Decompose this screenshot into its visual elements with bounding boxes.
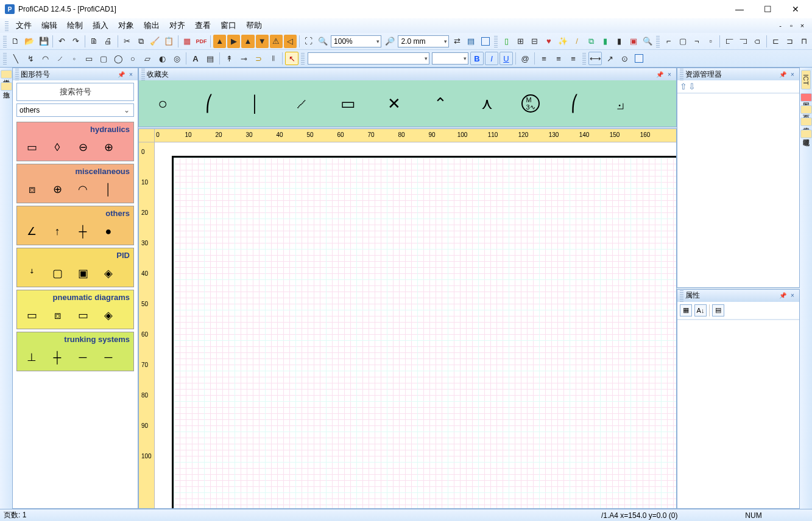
text-at-button[interactable]: @ xyxy=(518,52,532,65)
dim-circle-button[interactable]: ⊙ xyxy=(618,52,631,65)
fav-symbol-10[interactable]: ⎛ xyxy=(563,92,586,115)
side-tab-dragdrop[interactable]: 拖放 xyxy=(1,82,12,91)
category-others[interactable]: others ∠↑┼● xyxy=(16,206,134,245)
arc-tool[interactable]: ◠ xyxy=(38,52,52,65)
paste-button[interactable]: 📋 xyxy=(163,35,175,48)
nav-down-icon[interactable]: ⇩ xyxy=(688,82,696,91)
font-size-combo[interactable] xyxy=(432,52,468,65)
fav-symbol-3[interactable]: │ xyxy=(244,92,267,115)
tool-find-button[interactable]: 🔍 xyxy=(641,35,654,48)
fav-symbol-6[interactable]: ✕ xyxy=(383,92,406,115)
arrange-2[interactable]: ⊐ xyxy=(783,35,796,48)
redo-button[interactable]: ↷ xyxy=(69,35,82,48)
minimize-button[interactable]: — xyxy=(726,0,754,18)
side-tab-net[interactable]: 网图 xyxy=(800,93,812,102)
pin-icon[interactable]: 📌 xyxy=(778,70,787,79)
side-tab-ict[interactable]: ICT xyxy=(801,70,811,89)
category-pneumatic[interactable]: pneumatic diagrams ▭⧈▭◈ xyxy=(16,290,134,329)
underline-button[interactable]: U xyxy=(500,52,513,65)
menu-object[interactable]: 对象 xyxy=(113,19,139,32)
category-pid[interactable]: PID ꜜ▢▣◈ xyxy=(16,248,134,287)
new-button[interactable]: 🗋 xyxy=(9,35,22,48)
font-combo[interactable] xyxy=(308,52,429,65)
cut-button[interactable]: ✂ xyxy=(120,35,133,48)
menu-window[interactable]: 窗口 xyxy=(216,19,241,32)
copy-button[interactable]: ⧉ xyxy=(135,35,147,48)
close-icon[interactable]: × xyxy=(788,70,797,79)
align-center-button[interactable]: ≡ xyxy=(552,52,565,65)
flip-h-button[interactable]: ▲ xyxy=(213,35,226,48)
prop-sort-button[interactable]: A↓ xyxy=(694,304,707,316)
category-hydraulics[interactable]: hydraulics ▭◊⊖⊕ xyxy=(16,122,134,161)
pointer-tool[interactable]: ↖ xyxy=(285,52,298,65)
menu-help[interactable]: 帮助 xyxy=(241,19,267,32)
curve-tool[interactable]: ⟋ xyxy=(53,52,66,65)
fav-symbol-11[interactable]: ⟓ xyxy=(609,92,632,115)
bold-button[interactable]: B xyxy=(470,52,484,65)
align-hc-obj[interactable]: ▢ xyxy=(676,35,689,48)
menu-output[interactable]: 输出 xyxy=(139,19,164,32)
fav-symbol-5[interactable]: ▭ xyxy=(336,92,359,115)
pin-icon[interactable]: 📌 xyxy=(778,292,787,300)
junction-tool[interactable]: ⊃ xyxy=(252,52,265,65)
open-button[interactable]: 📂 xyxy=(23,35,36,48)
warn-button[interactable]: ⚠ xyxy=(270,35,283,48)
menu-insert[interactable]: 插入 xyxy=(88,19,113,32)
tool-tree-button[interactable]: ⊟ xyxy=(528,35,541,48)
tool-heart-button[interactable]: ♥ xyxy=(542,35,555,48)
close-icon[interactable]: × xyxy=(788,292,797,300)
textbox-tool[interactable]: ▤ xyxy=(203,52,217,65)
category-miscellaneous[interactable]: miscellaneous ⧈⊕◠│ xyxy=(16,164,134,203)
tool-layer-button[interactable]: ▣ xyxy=(627,35,640,48)
side-tab-page[interactable]: 页面 xyxy=(800,105,812,114)
pdf-button[interactable]: PDF xyxy=(195,35,208,48)
symbol-search-input[interactable]: 搜索符号 xyxy=(16,83,134,101)
properties-body[interactable] xyxy=(677,320,799,509)
print-button[interactable]: 🖨 xyxy=(102,35,115,48)
ruler-horizontal[interactable]: 0102030405060708090100110120130140150160 xyxy=(155,129,676,142)
drawing-canvas[interactable] xyxy=(155,142,676,508)
align-left-button[interactable]: ≡ xyxy=(537,52,551,65)
dimension-tool[interactable]: ↟ xyxy=(222,52,236,65)
mdi-restore-icon[interactable]: ▫ xyxy=(786,21,796,30)
nav-up-icon[interactable]: ⇧ xyxy=(680,82,687,91)
delete-button[interactable]: 🧹 xyxy=(149,35,161,48)
arrange-1[interactable]: ⊏ xyxy=(769,35,782,48)
tool-org-button[interactable]: ⊞ xyxy=(514,35,527,48)
align-left-obj[interactable]: ⌐ xyxy=(662,35,675,48)
menu-align[interactable]: 对齐 xyxy=(164,19,190,32)
zoom-page-button[interactable]: ⛶ xyxy=(302,35,315,48)
menu-file[interactable]: 文件 xyxy=(11,19,37,32)
arrange-3[interactable]: ⊓ xyxy=(797,35,810,48)
dist-v[interactable]: ⫎ xyxy=(737,35,750,48)
pin-icon[interactable]: 📌 xyxy=(117,70,125,79)
side-tab-styletext[interactable]: 样式文本 xyxy=(1,70,12,79)
side-tab-search[interactable]: 搜索 xyxy=(800,117,812,126)
image-button[interactable]: ▦ xyxy=(181,35,194,48)
side-tab-cable[interactable]: 电缆管理器 xyxy=(800,130,812,138)
close-icon[interactable]: × xyxy=(127,70,135,79)
polyline-tool[interactable]: ↯ xyxy=(24,52,37,65)
snap-combo[interactable]: 2.0 mm xyxy=(398,35,448,47)
dist-h[interactable]: ⫍ xyxy=(722,35,735,48)
menu-view[interactable]: 查看 xyxy=(190,19,216,32)
fav-symbol-1[interactable]: ○ xyxy=(151,92,174,115)
prop-categorized-button[interactable]: ▦ xyxy=(680,304,692,316)
rot-left-button[interactable]: ▲ xyxy=(241,35,254,48)
roundrect-tool[interactable]: ▢ xyxy=(97,52,110,65)
close-icon[interactable]: × xyxy=(665,70,674,79)
pin-icon[interactable]: 📌 xyxy=(655,70,664,79)
fav-symbol-9[interactable]: M3∿ xyxy=(521,94,540,113)
zoom-out-button[interactable]: 🔎 xyxy=(383,35,396,48)
bus-tool[interactable]: ⦀ xyxy=(266,52,280,65)
fav-symbol-2[interactable]: ⎛ xyxy=(197,92,221,115)
fav-symbol-8[interactable]: ⋏ xyxy=(475,92,498,115)
align-right-obj[interactable]: ¬ xyxy=(690,35,703,48)
align-bot-obj[interactable]: ⫏ xyxy=(751,35,764,48)
tool-books-button[interactable]: ▮ xyxy=(613,35,626,48)
circle-tool[interactable]: ○ xyxy=(126,52,139,65)
rect-tool[interactable]: ▭ xyxy=(82,52,96,65)
snap-grid-button[interactable]: ⇄ xyxy=(451,35,464,48)
dim-h-button[interactable]: ⟷ xyxy=(588,52,602,65)
mdi-close-icon[interactable]: × xyxy=(797,21,807,30)
